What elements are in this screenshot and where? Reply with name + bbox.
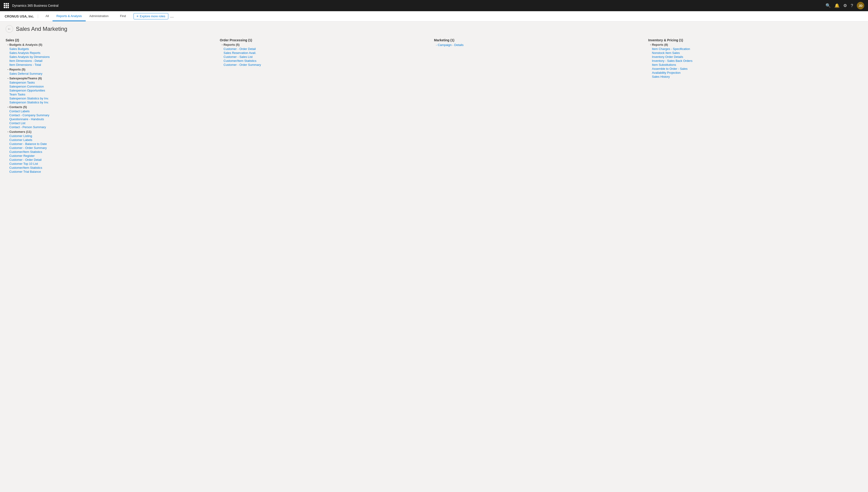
inventory-pricing-column: Inventory & Pricing (1) - Reports (8) It… — [648, 38, 863, 80]
customer-item-stats-op-link[interactable]: Customer/Item Statistics — [220, 59, 429, 63]
campaign-details-link[interactable]: - Campaign - Details — [434, 43, 643, 47]
item-substitutions-link[interactable]: Item Substitutions — [648, 63, 857, 67]
inventory-reports-section: - Reports (8) Item Charges - Specificati… — [648, 43, 857, 79]
order-processing-header: Order Processing (1) — [220, 38, 429, 42]
second-nav-bar: CRONUS USA, Inc. All Reports & Analysis … — [0, 11, 868, 22]
order-processing-reports-label: - Reports (5) — [220, 43, 429, 46]
contacts-section: - Contacts (5) Contact Labels Contact - … — [6, 105, 214, 129]
marketing-header: Marketing (1) — [434, 38, 643, 42]
avatar[interactable]: JD — [857, 2, 864, 9]
customer-balance-date-link[interactable]: Customer - Balance to Date — [6, 142, 214, 146]
availability-projection-link[interactable]: Availability Projection — [648, 71, 857, 75]
search-icon[interactable]: 🔍 — [825, 3, 830, 8]
customer-trial-balance-link[interactable]: Customer Trial Balance — [6, 170, 214, 174]
salesperson-stats-inv2-link[interactable]: Salesperson Statistics by Inv. — [6, 100, 214, 104]
customer-item-stats2-link[interactable]: Customer/Item Statistics — [6, 166, 214, 170]
inventory-sales-back-orders-link[interactable]: Inventory - Sales Back Orders — [648, 59, 857, 63]
tab-administration[interactable]: Administration — [86, 11, 112, 21]
budgets-analysis-label: - Budgets & Analysis (5) — [6, 43, 214, 46]
customer-labels-link[interactable]: Customer Labels — [6, 138, 214, 142]
nonstock-item-sales-link[interactable]: Nonstock Item Sales — [648, 51, 857, 55]
salesperson-opportunities-link[interactable]: Salesperson Opportunities — [6, 89, 214, 93]
customer-register-link[interactable]: Customer Register — [6, 154, 214, 158]
contact-labels-link[interactable]: Contact Labels — [6, 109, 214, 113]
main-content: ← Sales And Marketing Sales (2) - Budget… — [0, 22, 868, 492]
sales-reports-section: - Reports (5) Sales Deferral Summary — [6, 68, 214, 76]
columns-grid: Sales (2) - Budgets & Analysis (5) Sales… — [6, 38, 862, 175]
team-tasks-link[interactable]: Team Tasks — [6, 93, 214, 96]
tab-find[interactable]: Find — [116, 14, 129, 19]
customer-order-detail-link[interactable]: Customer - Order Detail — [6, 158, 214, 162]
tab-reports-analysis[interactable]: Reports & Analysis — [52, 11, 86, 21]
explore-roles-button[interactable]: ≡ Explore more roles — [134, 13, 168, 19]
customer-listing-link[interactable]: Customer Listing — [6, 134, 214, 138]
salesperson-stats-inv1-link[interactable]: Salesperson Statistics by Inv. — [6, 96, 214, 100]
sales-history-link[interactable]: Sales History — [648, 75, 857, 79]
inventory-reports-label: - Reports (8) — [648, 43, 857, 46]
assemble-to-order-sales-link[interactable]: Assemble to Order - Sales — [648, 67, 857, 71]
top-nav-bar: Dynamics 365 Business Central 🔍 🔔 ⚙ ? JD — [0, 0, 868, 11]
contact-person-summary-link[interactable]: Contact - Person Summary — [6, 125, 214, 129]
sales-budgets-link[interactable]: Sales Budgets — [6, 47, 214, 51]
order-processing-reports-section: - Reports (5) Customer - Order Detail Sa… — [220, 43, 429, 67]
title-row: ← Sales And Marketing — [6, 25, 862, 33]
item-dimensions-detail-link[interactable]: Item Dimensions - Detail — [6, 59, 214, 63]
contacts-label: - Contacts (5) — [6, 105, 214, 109]
sales-analysis-reports-link[interactable]: Sales Analysis Reports — [6, 51, 214, 55]
sales-header: Sales (2) — [6, 38, 214, 42]
sales-reports-label: - Reports (5) — [6, 68, 214, 71]
sales-reservation-avail-link[interactable]: Sales Reservation Avail. — [220, 51, 429, 55]
explore-icon: ≡ — [137, 15, 139, 18]
customer-order-detail-op-link[interactable]: Customer - Order Detail — [220, 47, 429, 51]
sales-column: Sales (2) - Budgets & Analysis (5) Sales… — [6, 38, 220, 175]
marketing-items-section: - Campaign - Details — [434, 43, 643, 47]
page-title: Sales And Marketing — [16, 26, 67, 32]
customers-section: - Customers (11) Customer Listing Custom… — [6, 130, 214, 174]
customers-label: - Customers (11) — [6, 130, 214, 133]
contact-company-summary-link[interactable]: Contact - Company Summary — [6, 113, 214, 117]
item-charges-spec-link[interactable]: Item Charges - Specification — [648, 47, 857, 51]
waffle-icon[interactable] — [4, 3, 9, 8]
customer-order-summary-op-link[interactable]: Customer - Order Summary — [220, 63, 429, 67]
marketing-column: Marketing (1) - Campaign - Details — [434, 38, 648, 48]
more-button[interactable]: ... — [168, 14, 175, 19]
nav-tabs: All Reports & Analysis Administration — [42, 11, 112, 21]
inventory-order-details-link[interactable]: Inventory Order Details — [648, 55, 857, 59]
customer-top10-link[interactable]: Customer Top 10 List — [6, 162, 214, 166]
help-icon[interactable]: ? — [851, 3, 853, 8]
customer-item-stats1-link[interactable]: Customer/Item Statistics — [6, 150, 214, 154]
tab-all[interactable]: All — [42, 11, 52, 21]
item-dimensions-total-link[interactable]: Item Dimensions - Total — [6, 63, 214, 67]
salespeople-teams-section: - Salespeople/Teams (6) Salesperson Task… — [6, 77, 214, 104]
sales-analysis-dimensions-link[interactable]: Sales Analysis by Dimensions — [6, 55, 214, 59]
contact-list-link[interactable]: Contact List — [6, 121, 214, 125]
inventory-pricing-header: Inventory & Pricing (1) — [648, 38, 857, 42]
order-processing-column: Order Processing (1) - Reports (5) Custo… — [220, 38, 434, 68]
settings-icon[interactable]: ⚙ — [843, 3, 847, 8]
notification-icon[interactable]: 🔔 — [835, 3, 840, 8]
app-title: Dynamics 365 Business Central — [12, 4, 825, 7]
customer-order-summary-link[interactable]: Customer - Order Summary — [6, 146, 214, 150]
back-button[interactable]: ← — [6, 25, 13, 33]
salespeople-teams-label: - Salespeople/Teams (6) — [6, 77, 214, 80]
sales-deferral-summary-link[interactable]: Sales Deferral Summary — [6, 72, 214, 76]
questionnaire-handouts-link[interactable]: Questionnaire - Handouts — [6, 117, 214, 121]
salesperson-commission-link[interactable]: Salesperson Commission — [6, 84, 214, 89]
salesperson-tasks-link[interactable]: Salesperson Tasks — [6, 80, 214, 84]
customer-sales-list-link[interactable]: Customer - Sales List — [220, 55, 429, 59]
budgets-analysis-section: - Budgets & Analysis (5) Sales Budgets S… — [6, 43, 214, 67]
company-name: CRONUS USA, Inc. — [5, 15, 38, 18]
